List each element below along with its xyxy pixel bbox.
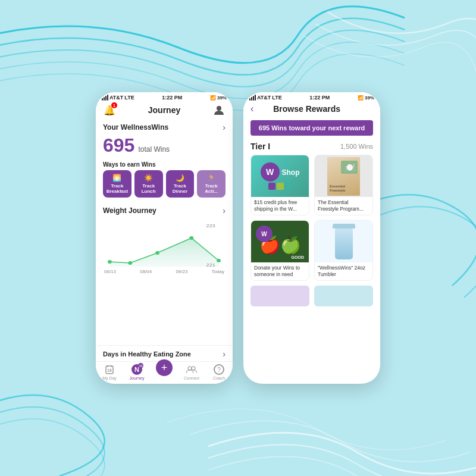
- myday-label: My Day: [102, 376, 117, 380]
- add-icon: +: [156, 359, 173, 376]
- svg-point-3: [155, 251, 159, 255]
- x-label-1: 06/13: [104, 269, 116, 274]
- track-dinner-btn[interactable]: 🌙 Track Dinner: [166, 170, 195, 198]
- wellness-wins-title: Your WellnessWins: [103, 123, 168, 131]
- tab-connect[interactable]: Connect: [178, 364, 205, 380]
- phone-rewards: AT&T LTE 1:22 PM 📶 39% ‹ Browse Rewards …: [243, 92, 380, 384]
- x-label-3: 09/23: [176, 269, 187, 274]
- svg-point-0: [217, 106, 221, 111]
- chart-x-labels: 06/13 08/04 09/23 Today: [103, 269, 226, 274]
- breakfast-label: Track Breakfast: [105, 183, 129, 194]
- carrier-1: AT&T: [109, 95, 123, 101]
- svg-point-4: [189, 236, 193, 240]
- battery-1: 39%: [217, 95, 227, 101]
- nav-bar-1: 🔔 1 Journey: [96, 102, 233, 119]
- days-section[interactable]: Days in Healthy Eating Zone ›: [96, 345, 233, 361]
- tab-myday[interactable]: 16 My Day: [96, 364, 123, 380]
- connect-label: Connect: [184, 376, 199, 380]
- svg-point-5: [217, 259, 221, 262]
- journey-icon-wrap: N 36: [131, 364, 142, 375]
- nav-title-1: Journey: [148, 105, 180, 115]
- wellness-wins-header[interactable]: Your WellnessWins ›: [96, 119, 233, 134]
- status-left-2: AT&T LTE: [249, 95, 282, 101]
- tumbler-desc: "WellnessWins" 24oz Tumbler: [315, 262, 372, 280]
- tab-bar-1: 16 My Day N 36 Journey +: [96, 361, 233, 384]
- signal-icon: [102, 95, 108, 101]
- notification-icon[interactable]: 🔔 1: [103, 104, 116, 117]
- track-breakfast-btn[interactable]: 🌅 Track Breakfast: [103, 170, 131, 198]
- x-label-4: Today: [212, 269, 224, 274]
- activity-icon: 🏃: [207, 174, 216, 182]
- wins-label: total Wins: [138, 145, 170, 154]
- partial-card-2[interactable]: [314, 286, 373, 306]
- carrier-2: AT&T: [257, 95, 271, 101]
- tier-wins: 1,500 Wins: [340, 143, 373, 150]
- breakfast-icon: 🌅: [112, 174, 121, 182]
- earn-buttons-row: 🌅 Track Breakfast ☀️ Track Lunch 🌙 Track…: [96, 170, 233, 202]
- status-bar-1: AT&T LTE 1:22 PM 📶 39%: [96, 92, 233, 102]
- wifi-icon: 📶: [210, 95, 216, 101]
- weight-journey-header[interactable]: Weight Journey ›: [96, 202, 233, 218]
- back-arrow[interactable]: ‹: [250, 104, 253, 114]
- wins-count: 695: [103, 134, 134, 156]
- svg-point-1: [108, 260, 112, 264]
- svg-point-2: [128, 261, 132, 265]
- signal-icon-2: [249, 95, 256, 101]
- nav-bar-2: ‹ Browse Rewards: [243, 102, 380, 117]
- book-image: 🍽️ EssentialFreestyle: [315, 155, 372, 197]
- profile-icon[interactable]: [212, 104, 226, 117]
- shop-text: Shop: [282, 168, 300, 177]
- time-1: 1:22 PM: [162, 95, 182, 101]
- track-lunch-btn[interactable]: ☀️ Track Lunch: [134, 170, 163, 198]
- chart-area: 223 221: [103, 220, 226, 268]
- coach-icon: ?: [214, 364, 224, 375]
- good-logo: W: [256, 226, 273, 242]
- myday-icon: 16: [104, 364, 115, 375]
- reward-card-tumbler[interactable]: "WellnessWins" 24oz Tumbler: [314, 220, 373, 281]
- svg-text:223: 223: [206, 223, 215, 228]
- tab-journey[interactable]: N 36 Journey: [123, 364, 151, 380]
- journey-label: Journey: [130, 376, 145, 380]
- tab-coach[interactable]: ? Coach: [205, 364, 233, 380]
- journey-badge: 36: [138, 363, 143, 368]
- weight-journey-chevron: ›: [223, 206, 226, 215]
- reward-card-book[interactable]: 🍽️ EssentialFreestyle The Essential Free…: [314, 155, 373, 215]
- shop-boxes: [268, 183, 292, 190]
- weight-chart: 223 221 06/13 08/04 09/23 Today: [96, 218, 233, 345]
- battery-2: 39%: [365, 95, 374, 101]
- chart-svg: 223 221: [103, 220, 226, 268]
- reward-card-donate[interactable]: W GOOD 🍎🍏 Donate your Wins to someone in…: [250, 220, 309, 281]
- book-cover: 🍽️ EssentialFreestyle: [327, 157, 360, 196]
- phone-content-1: Your WellnessWins › 695 total Wins Ways …: [96, 119, 233, 361]
- rewards-banner: 695 Wins toward your next reward: [250, 120, 373, 136]
- reward-card-shop[interactable]: W Shop $15 credit plus free shipping in …: [250, 155, 309, 215]
- phones-container: AT&T LTE 1:22 PM 📶 39% 🔔 1 Journey: [96, 92, 380, 384]
- ww-logo: W: [261, 162, 280, 181]
- track-activity-btn[interactable]: 🏃 Track Acti...: [197, 170, 226, 198]
- book-desc: The Essential Freestyle Program...: [315, 197, 372, 215]
- weight-journey-title: Weight Journey: [103, 206, 156, 215]
- activity-label: Track Acti...: [199, 183, 223, 194]
- partial-cards-row: [243, 281, 380, 309]
- tier-title: Tier I: [250, 142, 270, 151]
- tab-add[interactable]: +: [151, 364, 178, 380]
- status-left-1: AT&T LTE: [102, 95, 134, 101]
- dinner-label: Track Dinner: [168, 183, 192, 194]
- nav-title-2: Browse Rewards: [273, 104, 340, 114]
- lunch-icon: ☀️: [144, 174, 153, 182]
- network-2: LTE: [272, 95, 281, 101]
- coach-label: Coach: [213, 376, 225, 380]
- wifi-icon-2: 📶: [358, 95, 364, 101]
- wins-display: 695 total Wins: [96, 134, 233, 159]
- phone-journey: AT&T LTE 1:22 PM 📶 39% 🔔 1 Journey: [96, 92, 233, 384]
- partial-card-1[interactable]: [250, 286, 309, 306]
- time-2: 1:22 PM: [309, 95, 330, 101]
- tier-header: Tier I 1,500 Wins: [243, 139, 380, 155]
- rewards-grid: W Shop $15 credit plus free shipping in …: [243, 155, 380, 281]
- days-chevron: ›: [223, 349, 226, 359]
- svg-text:221: 221: [206, 262, 215, 268]
- status-right-1: 📶 39%: [210, 95, 227, 101]
- svg-point-12: [188, 367, 192, 370]
- days-title: Days in Healthy Eating Zone: [103, 350, 191, 358]
- svg-point-13: [192, 367, 195, 370]
